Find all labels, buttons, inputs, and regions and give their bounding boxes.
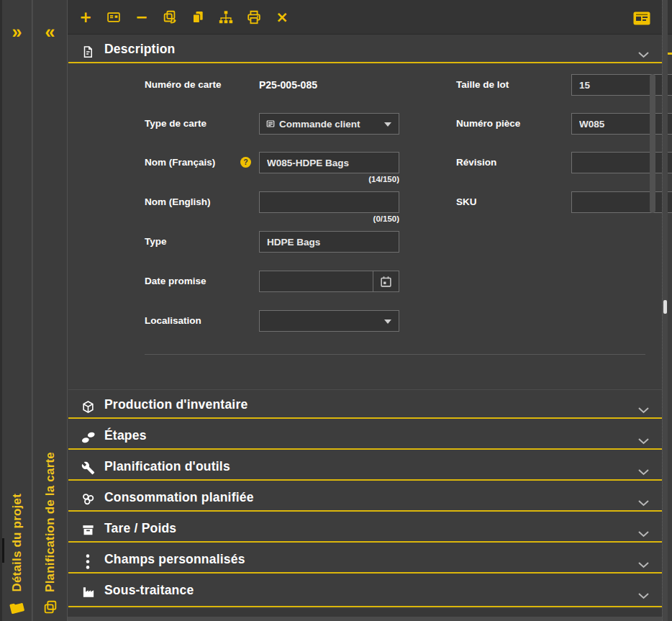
chevron-down-icon[interactable]: [638, 527, 649, 540]
folder-icon: [2, 599, 32, 615]
field-label: SKU: [456, 191, 477, 213]
card-toolbar: + −: [68, 0, 672, 35]
nodes-icon: [81, 492, 95, 509]
rail-resize-notch: [2, 538, 4, 563]
section-sous-traitance[interactable]: Sous-traitance: [68, 581, 662, 607]
sidebar-planification-carte[interactable]: « Planification de la carte: [32, 0, 68, 621]
field-numero-piece: Numéro pièce: [68, 113, 672, 135]
calendar-icon: [380, 276, 392, 288]
field-revision: Révision: [68, 152, 672, 173]
main-panel: + −: [68, 0, 672, 621]
field-sku: SKU: [68, 191, 672, 213]
field-label: Taille de lot: [456, 74, 509, 96]
print-button[interactable]: [245, 8, 263, 27]
chevron-down-icon[interactable]: [638, 435, 649, 448]
document-icon: [81, 44, 94, 63]
part-number-input-box: [571, 113, 672, 135]
inner-scrollbar-thumb[interactable]: [650, 74, 655, 213]
chevron-down-icon[interactable]: [638, 558, 649, 571]
field-label: Révision: [456, 152, 496, 173]
section-title: Étapes: [104, 428, 147, 443]
revision-input-box: [571, 152, 672, 173]
steps-icon: [81, 430, 96, 448]
field-date-promise: Date promise: [68, 271, 672, 292]
nom-francais-counter: (14/150): [259, 175, 399, 183]
section-title: Consommation planifiée: [104, 490, 254, 505]
production-card-window: » Détails du projet « Planification de l…: [0, 0, 672, 621]
field-localisation: Localisation: [68, 310, 672, 332]
chevron-down-icon[interactable]: [638, 404, 649, 417]
card-form-button[interactable]: [632, 10, 651, 26]
remove-button[interactable]: −: [132, 8, 151, 27]
type-input-box: [259, 231, 399, 253]
tare-box-icon: [81, 523, 95, 540]
section-title: Tare / Poids: [104, 521, 176, 536]
section-title: Planification d'outils: [104, 459, 230, 474]
form-view-button[interactable]: [104, 8, 123, 27]
revision-input[interactable]: [572, 153, 672, 173]
right-edge-accent: [668, 53, 672, 55]
section-champs-personnalises[interactable]: Champs personnalisés: [68, 550, 662, 574]
duplicate-arrow-button[interactable]: [160, 8, 179, 27]
chevron-down-icon[interactable]: [638, 589, 649, 602]
nom-english-counter: (0/150): [259, 214, 399, 223]
section-tare-poids[interactable]: Tare / Poids: [68, 519, 662, 543]
field-label: Localisation: [145, 310, 201, 332]
hierarchy-button[interactable]: [217, 8, 235, 27]
sidebar-details-projet-label: Détails du projet: [10, 494, 24, 592]
close-button[interactable]: ×: [273, 8, 291, 27]
add-button[interactable]: +: [76, 8, 95, 27]
wrench-icon: [81, 461, 95, 478]
bottom-panel-strip: [68, 609, 662, 617]
lot-size-input-box: [571, 74, 672, 96]
sku-input-box: [571, 191, 672, 213]
outer-scrollbar-track[interactable]: [662, 0, 668, 621]
date-promise-input-box: [259, 271, 399, 292]
calendar-button[interactable]: [373, 271, 399, 291]
sections-top-divider: [68, 389, 662, 390]
section-title: Sous-traitance: [104, 583, 194, 598]
field-type: Type: [68, 231, 672, 253]
chevron-down-icon[interactable]: [638, 466, 649, 479]
section-planification-outils[interactable]: Planification d'outils: [68, 457, 662, 481]
field-label: Numéro pièce: [456, 113, 520, 135]
form-bottom-divider: [145, 354, 645, 355]
factory-icon: [81, 585, 96, 602]
cube-icon: [81, 399, 95, 417]
section-description-header[interactable]: Description: [68, 40, 662, 63]
lot-size-input[interactable]: [572, 75, 672, 95]
chevron-down-icon[interactable]: [638, 497, 649, 509]
bottom-panel-edge: [68, 617, 662, 621]
outer-scrollbar-thumb[interactable]: [663, 300, 667, 314]
field-taille-de-lot: Taille de lot: [68, 74, 672, 96]
section-title: Champs personnalisés: [104, 552, 245, 567]
section-production-inventaire[interactable]: Production d'inventaire: [68, 395, 662, 419]
chevron-down-icon[interactable]: [638, 48, 649, 61]
localisation-select[interactable]: [259, 310, 399, 332]
field-label: Date promise: [145, 271, 206, 292]
sku-input[interactable]: [572, 192, 672, 212]
section-title: Production d'inventaire: [104, 397, 248, 412]
sidebar-planification-carte-label: Planification de la carte: [43, 452, 58, 592]
section-consommation-planifiee[interactable]: Consommation planifiée: [68, 488, 662, 512]
part-number-input[interactable]: [572, 114, 672, 134]
expand-right-icon[interactable]: »: [2, 22, 32, 42]
collapse-left-icon[interactable]: «: [33, 22, 67, 42]
sidebar-details-projet[interactable]: » Détails du projet: [0, 0, 32, 621]
caret-down-icon: [384, 319, 391, 324]
section-description-title: Description: [104, 42, 175, 57]
ellipsis-vertical-icon: [86, 554, 90, 572]
copy-button[interactable]: [189, 8, 207, 27]
copy-icon: [33, 599, 67, 615]
field-label: Type: [145, 231, 167, 253]
type-input[interactable]: [260, 232, 399, 252]
section-etapes[interactable]: Étapes: [68, 426, 662, 450]
